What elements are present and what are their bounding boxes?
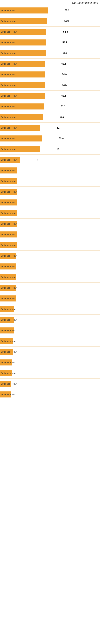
- bar-fill: [0, 189, 17, 195]
- bar-fill: [0, 392, 11, 398]
- bar-value: 52.7: [60, 116, 64, 118]
- bar-row: Bottleneck result54.2: [0, 48, 100, 58]
- bar-fill: [0, 18, 47, 24]
- bar-fill: [0, 125, 40, 131]
- bar-value: 51.: [57, 148, 60, 150]
- bar-fill: [0, 210, 17, 216]
- bar-row: Bottleneck result54.5: [0, 26, 100, 37]
- bar-row: Bottleneck result53.3: [0, 101, 100, 112]
- bar-row: Bottleneck result: [0, 282, 100, 293]
- bar-row: Bottleneck result: [0, 229, 100, 240]
- bar-row: Bottleneck result: [0, 218, 100, 229]
- bar-fill: [0, 50, 46, 56]
- bar-row: Bottleneck result: [0, 357, 100, 368]
- bar-row: Bottleneck result: [0, 314, 100, 325]
- bar-row: Bottleneck result52%: [0, 133, 100, 144]
- bar-fill: [0, 29, 47, 35]
- bar-fill: [0, 157, 20, 163]
- bar-row: Bottleneck result: [0, 208, 100, 218]
- bar-row: Bottleneck result52.7: [0, 112, 100, 122]
- bar-fill: [0, 381, 11, 387]
- bar-value: 52%: [59, 137, 64, 140]
- bar-row: Bottleneck result: [0, 165, 100, 176]
- bar-fill: [0, 328, 14, 334]
- bar-value: 54.2: [63, 52, 67, 54]
- bar-value: 55.2: [65, 9, 69, 12]
- bar-fill: [0, 93, 45, 99]
- bar-fill: [0, 61, 45, 67]
- bar-row: Bottleneck result54.9: [0, 16, 100, 26]
- bar-value: 53.3: [61, 105, 65, 108]
- bar-row: Bottleneck result51.: [0, 144, 100, 154]
- bar-fill: [0, 8, 48, 14]
- bar-value: 54%: [62, 84, 67, 86]
- bar-value: 54.5: [63, 30, 68, 33]
- bar-fill: [0, 232, 17, 238]
- bar-fill: [0, 72, 45, 78]
- bar-fill: [0, 285, 16, 291]
- bar-fill: [0, 168, 17, 174]
- site-title: TheBottlenecker.com: [0, 0, 100, 5]
- bar-value: 53.6: [61, 62, 66, 65]
- bar-fill: [0, 82, 45, 88]
- bar-fill: [0, 360, 12, 366]
- bar-fill: [0, 114, 43, 120]
- bar-value: 54.9: [64, 20, 69, 22]
- bar-row: Bottleneck result: [0, 186, 100, 197]
- bar-row: Bottleneck result: [0, 389, 100, 400]
- bar-row: Bottleneck result53.6: [0, 58, 100, 69]
- bar-fill: [0, 200, 17, 206]
- bar-fill: [0, 274, 16, 280]
- header: TheBottlenecker.com: [0, 0, 100, 5]
- bar-fill: [0, 40, 46, 46]
- bar-fill: [0, 370, 12, 376]
- bar-value: 51.: [57, 126, 60, 129]
- bar-row: Bottleneck result: [0, 197, 100, 208]
- bar-row: Bottleneck result: [0, 304, 100, 314]
- bar-row: Bottleneck result4: [0, 154, 100, 165]
- bar-row: Bottleneck result54.1: [0, 37, 100, 48]
- bar-row: Bottleneck result: [0, 293, 100, 304]
- bar-fill: [0, 146, 40, 152]
- bar-row: Bottleneck result: [0, 378, 100, 389]
- bar-row: Bottleneck result: [0, 336, 100, 346]
- bar-row: Bottleneck result51.: [0, 122, 100, 133]
- bar-row: Bottleneck result53.6: [0, 90, 100, 101]
- bar-fill: [0, 296, 16, 302]
- bar-value: 53.6: [61, 94, 66, 97]
- bar-fill: [0, 221, 17, 227]
- bar-fill: [0, 317, 14, 323]
- bar-row: Bottleneck result: [0, 261, 100, 272]
- bar-row: Bottleneck result: [0, 368, 100, 378]
- bar-fill: [0, 349, 13, 355]
- bar-fill: [0, 338, 13, 344]
- bar-row: Bottleneck result: [0, 240, 100, 250]
- bar-row: Bottleneck result: [0, 325, 100, 336]
- bar-fill: [0, 253, 16, 259]
- bar-row: Bottleneck result: [0, 346, 100, 357]
- bar-row: Bottleneck result54%: [0, 69, 100, 80]
- bar-row: Bottleneck result: [0, 176, 100, 186]
- bar-row: Bottleneck result55.2: [0, 5, 100, 16]
- bar-chart: Bottleneck result55.2Bottleneck result54…: [0, 5, 100, 400]
- bar-fill: [0, 136, 42, 142]
- bar-value: 4: [37, 158, 38, 161]
- bar-fill: [0, 306, 14, 312]
- bar-value: 54%: [62, 73, 67, 76]
- bar-row: Bottleneck result: [0, 250, 100, 261]
- bar-row: Bottleneck result: [0, 272, 100, 282]
- bar-fill: [0, 104, 44, 110]
- bar-fill: [0, 242, 17, 248]
- bar-fill: [0, 264, 16, 270]
- bar-value: 54.1: [62, 41, 67, 44]
- bar-row: Bottleneck result54%: [0, 80, 100, 90]
- bar-fill: [0, 178, 17, 184]
